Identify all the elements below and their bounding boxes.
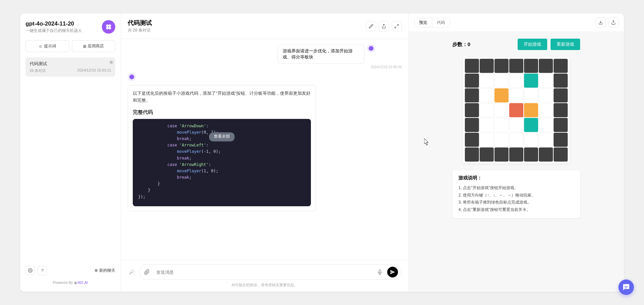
store-button[interactable]: ⊞ 应用商店 — [72, 40, 116, 52]
assistant-avatar-icon — [128, 73, 136, 81]
svg-point-1 — [109, 25, 111, 27]
code-block: 查看全部 case 'ArrowDown': movePlayer(0, 1);… — [133, 119, 311, 206]
game-cell-floor — [524, 88, 538, 102]
chat-title: 代码测试 — [128, 19, 152, 27]
attachment-icon[interactable] — [143, 268, 151, 276]
chat-area: 代码测试 共 28 条对话 — [121, 13, 409, 292]
share-button[interactable] — [379, 21, 389, 31]
game-cell-wall — [554, 59, 568, 73]
help-button[interactable]: ? — [38, 266, 47, 275]
send-icon — [390, 269, 395, 275]
download-button[interactable] — [596, 17, 606, 28]
game-cell-floor — [509, 133, 523, 147]
game-cell-wall — [509, 147, 523, 162]
game-cell-floor — [539, 103, 553, 117]
game-cell-wall — [524, 147, 538, 162]
game-cell-floor — [494, 118, 509, 132]
svg-point-2 — [106, 27, 109, 29]
instruction-item: 点击"重新游戏"按钮可重置当前关卡。 — [458, 206, 574, 214]
game-cell-box — [524, 103, 538, 117]
assistant-intro: 以下是优化后的推箱子小游戏代码，添加了"开始游戏"按钮、计分板等功能，使界面更加… — [133, 90, 311, 104]
share-icon — [381, 24, 386, 29]
game-cell-wall — [509, 59, 523, 73]
game-cell-wall — [554, 147, 568, 162]
store-label: 应用商店 — [88, 43, 104, 49]
grid-icon: ⊞ — [83, 44, 86, 49]
instruction-item: 使用方向键（↑、↓、←、→）移动玩家。 — [458, 192, 574, 199]
steps-label: 步数：0 — [452, 41, 470, 48]
conversation-time: 2024/12/10 15:03:21 — [77, 68, 111, 73]
game-cell-wall — [465, 147, 479, 162]
game-cell-wall — [539, 59, 553, 73]
message-input[interactable] — [154, 268, 372, 277]
preview-panel: 预览 代码 步数：0 开始 — [409, 13, 624, 292]
game-cell-floor — [494, 74, 509, 88]
svg-point-0 — [106, 25, 109, 27]
mic-icon[interactable] — [376, 268, 384, 276]
preview-share-button[interactable] — [608, 17, 618, 28]
game-cell-floor — [494, 133, 509, 147]
instruction-item: 点击"开始游戏"按钮开始游戏。 — [458, 184, 574, 192]
conversation-count: 28 条对话 — [30, 68, 46, 73]
new-chat-label: 新的聊天 — [99, 268, 115, 273]
new-chat-button[interactable]: ⊕ 新的聊天 — [94, 268, 115, 273]
instruction-item: 将所有箱子推到绿色目标点完成游戏。 — [458, 199, 574, 206]
expand-icon — [394, 24, 399, 29]
settings-button[interactable] — [26, 266, 35, 275]
game-cell-floor — [539, 88, 553, 102]
game-cell-target — [524, 118, 538, 132]
game-cell-wall — [465, 118, 479, 132]
game-cell-floor — [480, 103, 494, 117]
game-cell-wall — [554, 74, 568, 88]
pencil-icon — [369, 24, 373, 29]
edit-button[interactable] — [366, 21, 376, 31]
message-time: 2024/12/10 15:00:39 — [371, 65, 402, 69]
conversation-item[interactable]: ⊗ 代码测试 28 条对话 2024/12/10 15:03:21 — [26, 57, 115, 77]
game-cell-wall — [465, 103, 479, 117]
expand-button[interactable] — [392, 21, 402, 31]
magic-icon[interactable] — [128, 268, 136, 276]
help-icon: ? — [41, 268, 43, 273]
game-cell-wall — [554, 133, 568, 147]
instructions-card: 游戏说明： 点击"开始游戏"按钮开始游戏。 使用方向键（↑、↓、←、→）移动玩家… — [452, 170, 580, 218]
plus-icon: ⊕ — [94, 268, 98, 273]
game-cell-wall — [554, 118, 568, 132]
game-cell-floor — [480, 133, 494, 147]
chat-fab-button[interactable] — [618, 279, 634, 295]
game-cell-floor — [480, 118, 494, 132]
assistant-avatar-icon — [367, 44, 375, 52]
close-icon[interactable]: ⊗ — [109, 59, 113, 65]
send-button[interactable] — [387, 267, 398, 277]
sidebar: gpt-4o-2024-11-20 一键生成属于自己的聊天机器人 ☺ 提示词 ⊞… — [20, 13, 121, 292]
game-cell-floor — [539, 118, 553, 132]
chat-icon — [622, 284, 630, 291]
game-cell-wall — [480, 147, 494, 162]
tab-code[interactable]: 代码 — [432, 18, 450, 27]
game-cell-wall — [524, 59, 538, 73]
model-title: gpt-4o-2024-11-20 — [26, 20, 98, 27]
prompt-label: 提示词 — [44, 43, 56, 49]
game-cell-wall — [494, 59, 509, 73]
game-cell-floor — [480, 88, 494, 102]
game-cell-wall — [465, 88, 479, 102]
tab-preview[interactable]: 预览 — [414, 18, 432, 27]
mask-icon: ☺ — [39, 44, 43, 49]
game-cell-floor — [539, 74, 553, 88]
code-heading: 完整代码 — [133, 108, 311, 116]
game-cell-floor — [509, 88, 523, 102]
restart-game-button[interactable]: 重新游戏 — [551, 39, 580, 50]
instructions-title: 游戏说明： — [458, 175, 574, 181]
game-cell-wall — [465, 59, 479, 73]
prompt-button[interactable]: ☺ 提示词 — [26, 40, 69, 52]
svg-point-3 — [109, 27, 111, 29]
share-icon — [611, 20, 616, 25]
disclaimer: AI可能会犯错误。请考虑核实重要信息。 — [128, 282, 402, 288]
game-cell-floor — [524, 133, 538, 147]
game-cell-wall — [494, 147, 509, 162]
start-game-button[interactable]: 开始游戏 — [518, 39, 547, 50]
view-all-button[interactable]: 查看全部 — [209, 132, 235, 141]
game-cell-wall — [465, 74, 479, 88]
assistant-message: 以下是优化后的推箱子小游戏代码，添加了"开始游戏"按钮、计分板等功能，使界面更加… — [128, 85, 316, 211]
game-board[interactable] — [463, 57, 570, 164]
user-message: 游戏界面请进一步优化，添加开始游戏、得分等板块 — [278, 44, 364, 64]
